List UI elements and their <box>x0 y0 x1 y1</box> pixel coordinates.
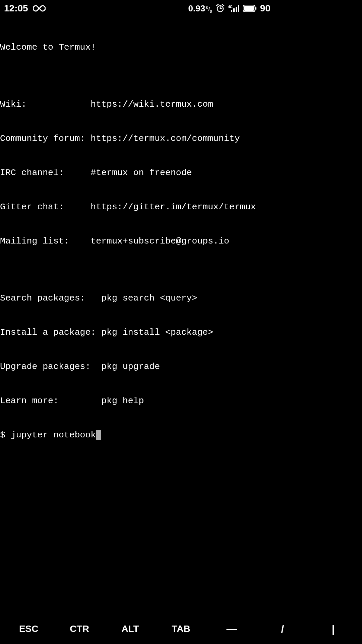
signal-group: 4G <box>228 5 239 12</box>
terminal-line: Wiki: https://wiki.termux.com <box>0 99 275 110</box>
alarm-icon <box>216 4 225 13</box>
battery-icon <box>243 5 257 12</box>
terminal-cursor <box>96 430 101 440</box>
svg-rect-6 <box>233 8 235 12</box>
svg-line-3 <box>217 4 218 6</box>
status-bar-left: 12:05 <box>4 3 46 14</box>
terminal-prompt-line[interactable]: $ jupyter notebook <box>0 429 275 441</box>
svg-rect-10 <box>244 6 254 11</box>
terminal-input-command[interactable]: jupyter notebook <box>11 430 96 440</box>
status-bar-right: 0.93 K/S 4G <box>188 3 270 14</box>
svg-rect-8 <box>238 5 239 12</box>
network-speed-value: 0.93 <box>188 3 205 14</box>
svg-rect-11 <box>255 7 256 10</box>
battery-percent: 90 <box>260 3 270 14</box>
terminal-line: Welcome to Termux! <box>0 42 275 53</box>
status-bar: 12:05 0.93 K/S 4G <box>0 0 275 17</box>
svg-rect-5 <box>231 10 232 12</box>
status-time: 12:05 <box>4 3 28 14</box>
network-speed: 0.93 K/S <box>188 3 212 14</box>
terminal-prompt-symbol: $ <box>0 430 11 440</box>
terminal-view[interactable]: Welcome to Termux! Wiki: https://wiki.te… <box>0 17 275 452</box>
svg-line-4 <box>222 4 224 6</box>
terminal-line: Gitter chat: https://gitter.im/termux/te… <box>0 201 275 213</box>
terminal-line: Upgrade packages: pkg upgrade <box>0 361 275 372</box>
terminal-line: Learn more: pkg help <box>0 395 275 407</box>
infinity-icon <box>33 5 46 12</box>
network-speed-unit: K/S <box>206 6 212 13</box>
terminal-line: Community forum: https://termux.com/comm… <box>0 133 275 144</box>
terminal-line: Install a package: pkg install <package> <box>0 327 275 338</box>
terminal-line: Mailing list: termux+subscribe@groups.io <box>0 235 275 247</box>
terminal-line: IRC channel: #termux on freenode <box>0 167 275 178</box>
svg-rect-7 <box>236 7 237 12</box>
terminal-line: Search packages: pkg search <query> <box>0 292 275 304</box>
signal-gen-label: 4G <box>228 5 233 9</box>
